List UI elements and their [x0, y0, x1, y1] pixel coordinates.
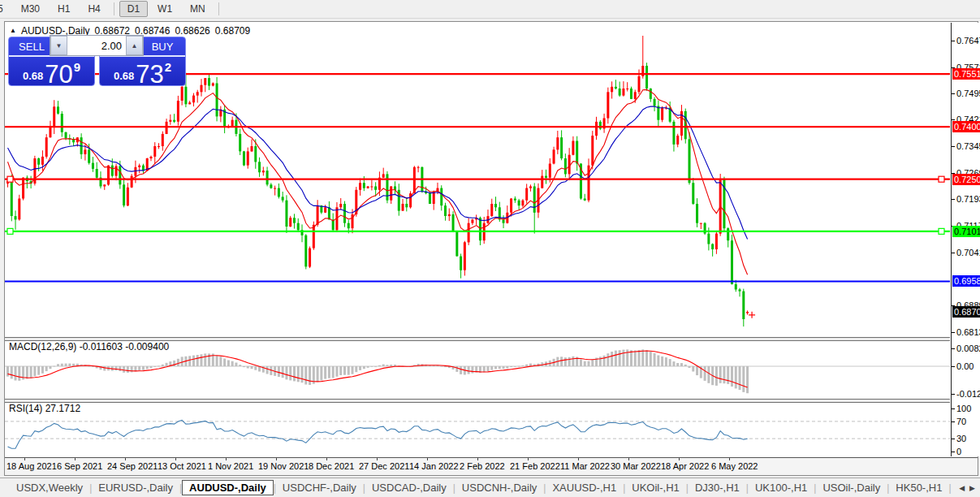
hline-handle[interactable]: [7, 228, 13, 234]
macd-histogram-bar: [654, 353, 656, 366]
candle: [293, 218, 296, 223]
date-label: 13 Oct 2021: [158, 461, 206, 471]
tab-audusd-daily[interactable]: AUDUSD-,Daily: [182, 480, 274, 495]
hline-handle[interactable]: [939, 176, 944, 182]
buy-button[interactable]: BUY: [140, 37, 185, 55]
macd-rsi-divider[interactable]: [5, 399, 950, 403]
macd-histogram-bar: [177, 359, 179, 366]
candle: [622, 89, 624, 96]
tab-usdchf-daily[interactable]: USDCHF-,Daily: [276, 480, 363, 495]
candle: [84, 149, 86, 154]
sell-button[interactable]: SELL: [9, 37, 54, 55]
timeframe-button-w1[interactable]: W1: [149, 1, 180, 17]
timeframe-button-h4[interactable]: H4: [80, 1, 108, 17]
timeframe-button-5[interactable]: 5: [0, 1, 11, 17]
macd-histogram-bar: [72, 364, 75, 366]
candle: [525, 188, 528, 201]
macd-histogram-bar: [739, 366, 741, 390]
macd-histogram-bar: [641, 349, 644, 366]
candle: [634, 92, 637, 99]
buy-price-big: 73: [136, 64, 163, 85]
macd-histogram-bar: [386, 365, 388, 366]
volume-increase-icon[interactable]: ▲: [126, 36, 143, 55]
macd-histogram-bar: [49, 366, 51, 369]
candle: [289, 218, 291, 227]
candle: [201, 85, 203, 93]
macd-histogram-bar: [378, 365, 381, 366]
candle: [216, 84, 218, 117]
macd-histogram-bar: [731, 366, 733, 387]
macd-histogram-bar: [494, 366, 497, 369]
macd-histogram-bar: [251, 366, 253, 369]
price-tick: [952, 332, 955, 333]
candle: [53, 106, 55, 127]
candle: [270, 184, 272, 188]
tab-scroll-right-icon[interactable]: ▶: [969, 484, 975, 492]
tab-eurusd-daily[interactable]: EURUSD-,Daily: [92, 480, 179, 495]
tab-hk50-h1[interactable]: HK50-,H1: [889, 480, 948, 495]
timeframe-button-d1[interactable]: D1: [119, 1, 148, 17]
tab-usdcad-daily[interactable]: USDCAD-,Daily: [365, 480, 453, 495]
level-price-label: 0.75512: [952, 68, 980, 80]
date-tick: [24, 458, 25, 460]
candle: [45, 137, 48, 157]
sell-price-prefix: 0.68: [23, 70, 43, 82]
macd-histogram-bar: [138, 366, 140, 370]
macd-histogram-bar: [328, 366, 330, 378]
candle: [518, 201, 520, 206]
macd-histogram-bar: [301, 366, 304, 382]
macd-histogram-bar: [65, 364, 67, 366]
macd-histogram-bar: [216, 356, 218, 366]
chart-svg: [5, 23, 950, 456]
chart-tab-bar: USDX,Weekly|EURUSD-,Daily|AUDUSD-,Daily|…: [0, 478, 980, 497]
candle: [103, 184, 106, 186]
timeframe-button-m30[interactable]: M30: [13, 1, 48, 17]
tab-ukoil-h1[interactable]: UKOil-,H1: [625, 480, 686, 495]
tab-uk100-h1[interactable]: UK100-,H1: [749, 480, 814, 495]
candle: [429, 193, 431, 204]
tab-usoil-daily[interactable]: USOil-,Daily: [816, 480, 887, 495]
price-tick: [952, 93, 955, 94]
price-tick: [952, 119, 955, 120]
collapse-triangle-icon[interactable]: ▲: [10, 28, 16, 34]
hline-handle[interactable]: [939, 228, 944, 234]
macd-histogram-bar: [521, 365, 524, 366]
macd-histogram-bar: [285, 366, 287, 379]
date-tick: [175, 458, 176, 460]
candle: [468, 223, 470, 243]
candle: [692, 183, 694, 204]
timeframe-button-mn[interactable]: MN: [182, 1, 214, 17]
candle: [11, 181, 13, 216]
tab-usdcnh-daily[interactable]: USDCNH-,Daily: [455, 480, 543, 495]
buy-price-prefix: 0.68: [114, 70, 134, 82]
volume-input[interactable]: [67, 36, 126, 55]
macd-histogram-bar: [723, 366, 725, 383]
macd-histogram-bar: [153, 366, 156, 367]
candle: [166, 122, 168, 134]
date-label: 19 Nov 2021: [258, 461, 309, 471]
candle: [18, 199, 20, 220]
tab-xauusd-h1[interactable]: XAUUSD-,H1: [546, 480, 623, 495]
tab-scroll-left-icon[interactable]: ◀: [959, 484, 965, 492]
candle: [251, 146, 253, 152]
candle: [324, 207, 326, 212]
candle: [630, 89, 632, 99]
tab-dj30-h1[interactable]: DJ30-,H1: [689, 480, 746, 495]
macd-histogram-bar: [254, 366, 257, 370]
date-tick: [679, 458, 680, 460]
tab-usdx-weekly[interactable]: USDX,Weekly: [10, 480, 89, 495]
buy-price-pip: 2: [165, 60, 171, 74]
volume-decrease-icon[interactable]: ▼: [50, 36, 67, 55]
candle: [184, 87, 187, 105]
timeframe-button-h1[interactable]: H1: [50, 1, 78, 17]
candle: [727, 228, 729, 240]
candle: [452, 214, 455, 232]
candle: [560, 137, 563, 158]
date-tick: [125, 458, 126, 460]
macd-histogram-bar: [680, 363, 683, 366]
candle: [239, 134, 241, 152]
current-price-label: 0.68709: [952, 306, 980, 318]
macd-histogram-bar: [219, 357, 222, 366]
hline-handle[interactable]: [7, 176, 13, 182]
macd-histogram-bar: [486, 366, 489, 371]
